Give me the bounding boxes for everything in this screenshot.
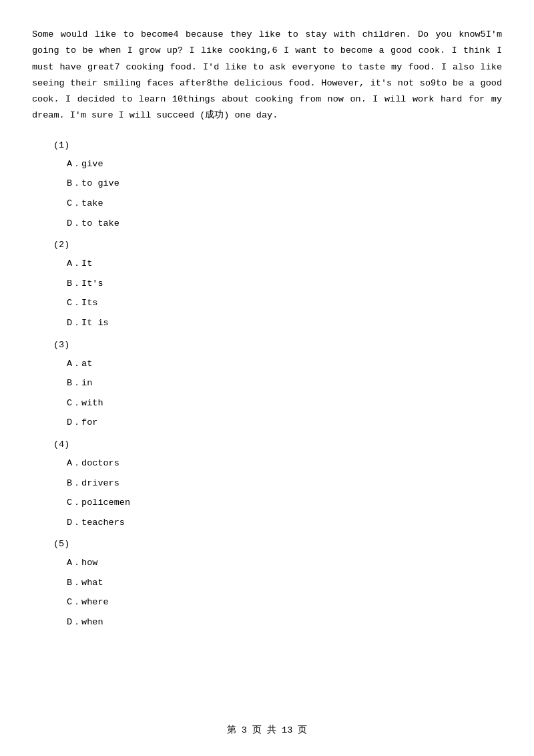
option-4-3[interactable]: C．policemen <box>67 496 502 510</box>
option-3-1[interactable]: A．at <box>67 357 502 371</box>
option-1-4[interactable]: D．to take <box>67 216 502 231</box>
question-section: (1)A．giveB．to giveC．takeD．to take(2)A．It… <box>32 140 502 630</box>
question-number-4: (4) <box>53 439 502 449</box>
option-1-3[interactable]: C．take <box>67 196 502 211</box>
option-2-4[interactable]: D．It is <box>67 316 502 331</box>
question-number-3: (3) <box>53 340 502 350</box>
option-5-3[interactable]: C．where <box>67 595 502 610</box>
option-5-4[interactable]: D．when <box>67 615 502 630</box>
passage-text: Some would like to become4 because they … <box>32 27 502 124</box>
question-number-2: (2) <box>53 240 502 250</box>
option-5-2[interactable]: B．what <box>67 576 502 590</box>
option-1-2[interactable]: B．to give <box>67 176 502 191</box>
page-container: Some would like to become4 because they … <box>0 0 534 756</box>
question-number-5: (5) <box>53 539 502 549</box>
option-5-1[interactable]: A．how <box>67 556 502 570</box>
option-3-3[interactable]: C．with <box>67 396 502 411</box>
question-number-1: (1) <box>53 140 502 150</box>
page-footer: 第 3 页 共 13 页 <box>0 724 534 736</box>
option-4-4[interactable]: D．teachers <box>67 516 502 530</box>
option-4-2[interactable]: B．drivers <box>67 476 502 491</box>
option-3-4[interactable]: D．for <box>67 415 502 430</box>
option-1-1[interactable]: A．give <box>67 157 502 172</box>
footer-text: 第 3 页 共 13 页 <box>227 725 308 735</box>
option-3-2[interactable]: B．in <box>67 376 502 391</box>
option-2-1[interactable]: A．It <box>67 256 502 271</box>
option-2-2[interactable]: B．It's <box>67 276 502 291</box>
option-2-3[interactable]: C．Its <box>67 296 502 311</box>
option-4-1[interactable]: A．doctors <box>67 456 502 471</box>
